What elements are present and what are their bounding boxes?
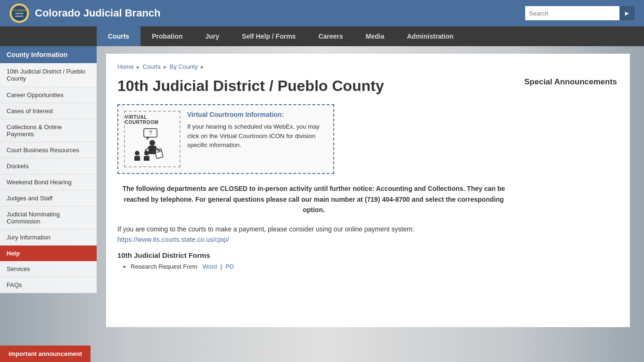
breadcrumb-sep-2: ► xyxy=(163,64,168,70)
logo-area: COLORADO JUDICIAL BRANCH Colorado Judici… xyxy=(9,3,161,23)
vc-label: VIRTUAL COURTROOM xyxy=(125,115,180,125)
form-link-word[interactable]: Word xyxy=(202,263,217,270)
sidebar-item-judicial-nominating[interactable]: Judicial Nominating Commission xyxy=(0,206,97,230)
nav-item-careers[interactable]: Careers xyxy=(307,26,354,46)
svg-text:BRANCH: BRANCH xyxy=(15,15,23,17)
breadcrumb-sep-3: ► xyxy=(200,64,205,70)
search-input[interactable] xyxy=(525,6,619,20)
important-announcement-banner[interactable]: important announcement xyxy=(0,346,91,362)
main-content: Home ► Courts ► By County ► 10th Judicia… xyxy=(97,46,644,362)
breadcrumb: Home ► Courts ► By County ► xyxy=(117,63,619,70)
vc-heading: Virtual Courtroom Information: xyxy=(187,111,328,118)
svg-rect-15 xyxy=(134,156,140,161)
sidebar-item-services[interactable]: Services xyxy=(0,261,97,277)
search-area: ► xyxy=(525,6,635,20)
payment-text: If you are coming to the courts to make … xyxy=(117,225,414,233)
svg-point-16 xyxy=(144,151,149,156)
breadcrumb-sep-1: ► xyxy=(136,64,141,70)
sidebar-item-dockets[interactable]: Dockets xyxy=(0,158,97,174)
payment-para: If you are coming to the courts to make … xyxy=(117,224,510,245)
two-col-layout: 10th Judicial District / Pueblo County V… xyxy=(117,77,619,272)
col-main: 10th Judicial District / Pueblo County V… xyxy=(117,77,510,272)
form-name: Research Request Form xyxy=(131,263,198,270)
special-announcements-heading: Special Announcements xyxy=(524,77,619,87)
svg-text:JUDICIAL: JUDICIAL xyxy=(15,12,24,15)
notice-text: The following departments are CLOSED to … xyxy=(123,185,505,214)
col-side: Special Announcements xyxy=(524,77,619,272)
sidebar-county-header: County Information xyxy=(0,46,97,63)
vc-body: If your hearing is scheduled via WebEx, … xyxy=(187,122,328,150)
breadcrumb-home[interactable]: Home xyxy=(117,63,134,70)
nav-item-courts[interactable]: Courts xyxy=(97,26,140,46)
sidebar-item-weekend-bond[interactable]: Weekend Bond Hearing xyxy=(0,174,97,190)
sidebar-item-10th-district[interactable]: 10th Judicial District / Pueblo County xyxy=(0,63,97,87)
sidebar-item-collections[interactable]: Collections & Online Payments xyxy=(0,119,97,142)
site-logo: COLORADO JUDICIAL BRANCH xyxy=(9,3,29,23)
page-title: 10th Judicial District / Pueblo County xyxy=(117,77,510,95)
svg-marker-6 xyxy=(147,137,149,140)
nav-item-jury[interactable]: Jury xyxy=(194,26,231,46)
forms-section: 10th Judicial District Forms Research Re… xyxy=(117,251,510,270)
nav-item-administration[interactable]: Administration xyxy=(396,26,465,46)
content-box: Home ► Courts ► By County ► 10th Judicia… xyxy=(106,54,630,327)
svg-rect-17 xyxy=(144,156,149,161)
svg-text:?: ? xyxy=(149,130,152,136)
sidebar-item-career-opportunities[interactable]: Career Opportunities xyxy=(0,87,97,103)
nav-item-probation[interactable]: Probation xyxy=(140,26,194,46)
forms-list: Research Request Form Word | PD xyxy=(117,263,510,270)
body-wrapper: County Information 10th Judicial Distric… xyxy=(0,46,644,362)
form-link-pd[interactable]: PD xyxy=(225,263,234,270)
search-button[interactable]: ► xyxy=(619,6,635,20)
notice-box: The following departments are CLOSED to … xyxy=(117,183,510,215)
virtual-courtroom-icon: VIRTUAL COURTROOM ? xyxy=(124,111,181,167)
virtual-courtroom-box[interactable]: VIRTUAL COURTROOM ? xyxy=(117,104,334,174)
site-title: Colorado Judicial Branch xyxy=(35,7,161,19)
nav-item-selfhelp[interactable]: Self Help / Forms xyxy=(231,26,307,46)
sidebar-help-header: Help xyxy=(0,246,97,261)
nav-item-media[interactable]: Media xyxy=(355,26,396,46)
breadcrumb-by-county[interactable]: By County xyxy=(170,63,198,70)
sidebar-item-cases-of-interest[interactable]: Cases of Interest xyxy=(0,103,97,119)
main-nav: Courts Probation Jury Self Help / Forms … xyxy=(0,26,644,46)
sidebar-item-judges-staff[interactable]: Judges and Staff xyxy=(0,190,97,206)
vc-text-info: Virtual Courtroom Information: If your h… xyxy=(187,111,328,150)
svg-line-13 xyxy=(157,151,161,153)
sidebar-item-faqs[interactable]: FAQs xyxy=(0,277,97,293)
sidebar: County Information 10th Judicial Distric… xyxy=(0,46,97,362)
svg-line-9 xyxy=(145,148,149,151)
svg-point-14 xyxy=(135,151,140,156)
payment-link[interactable]: https://www.its.courts.state.co.us/cjop/ xyxy=(117,236,229,243)
svg-text:COLORADO: COLORADO xyxy=(12,9,26,12)
breadcrumb-courts[interactable]: Courts xyxy=(143,63,161,70)
forms-heading: 10th Judicial District Forms xyxy=(117,251,510,259)
sidebar-item-jury-info[interactable]: Jury Information xyxy=(0,230,97,246)
svg-point-7 xyxy=(149,140,155,146)
list-item: Research Request Form Word | PD xyxy=(131,263,510,270)
top-header: COLORADO JUDICIAL BRANCH Colorado Judici… xyxy=(0,0,644,26)
sidebar-item-court-business[interactable]: Court Business Resources xyxy=(0,142,97,158)
